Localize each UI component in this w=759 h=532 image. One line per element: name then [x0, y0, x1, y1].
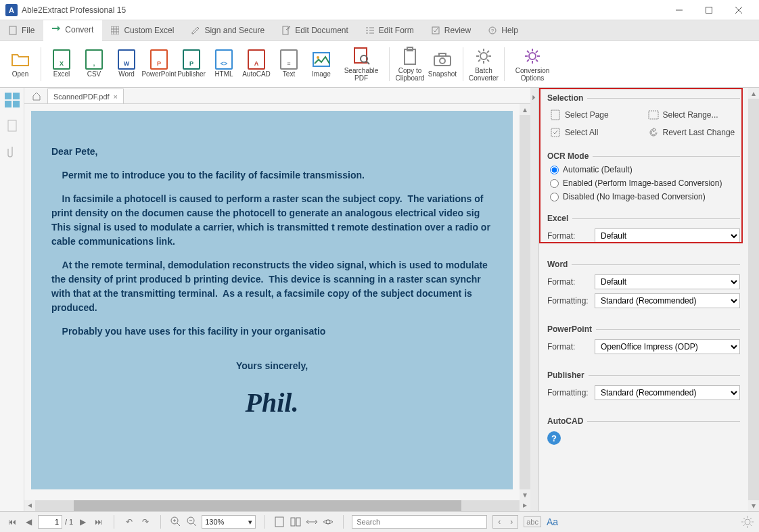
- fit-two-button[interactable]: [289, 515, 302, 529]
- ocr-auto-radio[interactable]: Automatic (Default): [550, 165, 737, 174]
- copy-button[interactable]: Copy to Clipboard: [394, 43, 426, 86]
- fit-width-button[interactable]: [305, 515, 319, 529]
- minimize-button[interactable]: [664, 0, 694, 20]
- revert-icon: [648, 127, 659, 138]
- powerpoint-button[interactable]: PowerPoint: [143, 43, 175, 86]
- menu-edit-document[interactable]: Edit Document: [273, 20, 357, 40]
- close-button[interactable]: [724, 0, 754, 20]
- thumbnails-icon: [5, 93, 20, 107]
- excel-format-select[interactable]: Default: [595, 228, 740, 243]
- match-case-toggle[interactable]: abc: [524, 516, 541, 527]
- menu-sign[interactable]: Sign and Secure: [183, 20, 273, 40]
- svg-line-70: [750, 525, 752, 526]
- word-format-select[interactable]: Default: [595, 274, 740, 289]
- word-icon: [118, 49, 135, 70]
- viewport: ScannedPDF.pdf × Dear Pete, Permit me to…: [24, 88, 530, 511]
- svg-line-53: [177, 523, 180, 526]
- prev-page-button[interactable]: ◀: [22, 515, 35, 529]
- svg-line-44: [527, 51, 529, 53]
- doc-horizontal-scrollbar[interactable]: ◂▸: [24, 500, 530, 511]
- pen-icon: [191, 26, 200, 35]
- zoom-out-button[interactable]: [185, 515, 199, 529]
- clipboard-icon: [400, 47, 419, 66]
- maximize-button[interactable]: [694, 0, 724, 20]
- folder-icon: [11, 50, 30, 69]
- svg-point-30: [480, 53, 487, 59]
- thumbnails-toggle[interactable]: [4, 92, 20, 108]
- window-title: Able2Extract Professional 15: [22, 5, 664, 15]
- attachments-toggle[interactable]: [4, 143, 20, 160]
- zoom-in-button[interactable]: [169, 515, 183, 529]
- ocr-enabled-radio[interactable]: Enabled (Perform Image-based Conversion): [550, 178, 737, 188]
- document-scroll[interactable]: Dear Pete, Permit me to introduce you to…: [24, 104, 520, 500]
- ppt-format-select[interactable]: OpenOffice Impress (ODP): [595, 339, 740, 354]
- section-selection: Selection: [539, 88, 748, 105]
- read-mode-button[interactable]: [321, 515, 335, 529]
- panel-vertical-scrollbar[interactable]: ▴▾: [748, 88, 759, 511]
- publisher-button[interactable]: Publisher: [175, 43, 208, 86]
- zoom-select[interactable]: 130%▾: [202, 515, 256, 529]
- rotate-right-button[interactable]: ↷: [139, 515, 152, 529]
- svg-line-57: [193, 523, 196, 526]
- home-tab[interactable]: [28, 89, 45, 103]
- last-page-button[interactable]: ⏭: [92, 515, 106, 529]
- svg-line-69: [743, 518, 745, 519]
- file-icon: [8, 26, 18, 35]
- menu-file[interactable]: File: [0, 20, 43, 40]
- image-icon: [312, 50, 331, 69]
- bookmarks-toggle[interactable]: [4, 118, 20, 134]
- searchable-pdf-button[interactable]: Searchable PDF: [338, 43, 385, 86]
- batch-button[interactable]: Batch Converter: [467, 43, 500, 86]
- svg-line-72: [750, 518, 752, 519]
- revert-button[interactable]: Revert Last Change: [648, 126, 738, 139]
- whole-word-toggle[interactable]: Aa: [547, 516, 558, 527]
- menu-edit-form[interactable]: Edit Form: [357, 20, 423, 40]
- excel-button[interactable]: Excel: [45, 43, 78, 86]
- svg-rect-10: [283, 26, 288, 34]
- doc-vertical-scrollbar[interactable]: ▴▾: [520, 104, 530, 500]
- svg-point-63: [326, 520, 330, 524]
- close-tab[interactable]: ×: [114, 93, 118, 101]
- fit-page-button[interactable]: [273, 515, 286, 529]
- form-icon: [365, 26, 375, 35]
- menu-custom-excel[interactable]: Custom Excel: [102, 20, 183, 40]
- word-button[interactable]: Word: [110, 43, 143, 86]
- text-button[interactable]: Text: [273, 43, 305, 86]
- menu-help[interactable]: ?Help: [480, 20, 527, 40]
- svg-line-47: [536, 51, 538, 53]
- select-range-button[interactable]: Select Range...: [648, 108, 738, 122]
- first-page-button[interactable]: ⏮: [5, 515, 19, 529]
- menu-convert[interactable]: Convert: [43, 20, 102, 41]
- publisher-formatting-select[interactable]: Standard (Recommended): [595, 385, 740, 400]
- word-formatting-select[interactable]: Standard (Recommended): [595, 293, 740, 308]
- main-area: ScannedPDF.pdf × Dear Pete, Permit me to…: [0, 88, 759, 511]
- image-button[interactable]: Image: [305, 43, 338, 86]
- page-number-input[interactable]: [38, 515, 62, 529]
- menu-review[interactable]: Review: [423, 20, 480, 40]
- rotate-left-button[interactable]: ↶: [122, 515, 136, 529]
- document-tab[interactable]: ScannedPDF.pdf ×: [47, 89, 124, 103]
- home-icon: [32, 91, 41, 101]
- next-page-button[interactable]: ▶: [76, 515, 89, 529]
- check-icon: [431, 26, 440, 35]
- theme-toggle[interactable]: [741, 516, 754, 528]
- autocad-button[interactable]: AutoCAD: [240, 43, 273, 86]
- panel-collapse[interactable]: ⏵: [530, 88, 538, 511]
- section-autocad: AutoCAD: [539, 411, 748, 429]
- search-prev[interactable]: ‹: [493, 516, 505, 528]
- html-button[interactable]: HTML: [208, 43, 240, 86]
- csv-button[interactable]: CSV: [78, 43, 110, 86]
- excel-icon: [53, 49, 70, 70]
- ocr-disabled-radio[interactable]: Disabled (No Image-based Conversion): [550, 192, 737, 201]
- page-total: / 1: [65, 518, 73, 526]
- open-button[interactable]: Open: [4, 43, 37, 86]
- select-page-button[interactable]: Select Page: [550, 108, 640, 122]
- select-all-button[interactable]: Select All: [550, 126, 640, 139]
- search-next[interactable]: ›: [505, 516, 518, 528]
- snapshot-button[interactable]: Snapshot: [426, 43, 459, 86]
- options-button[interactable]: Conversion Options: [509, 43, 556, 86]
- html-icon: [215, 49, 233, 70]
- search-input[interactable]: [352, 515, 487, 529]
- toolbar-ribbon: Open Excel CSV Word PowerPoint Publisher…: [0, 41, 759, 88]
- help-badge[interactable]: ?: [547, 431, 561, 445]
